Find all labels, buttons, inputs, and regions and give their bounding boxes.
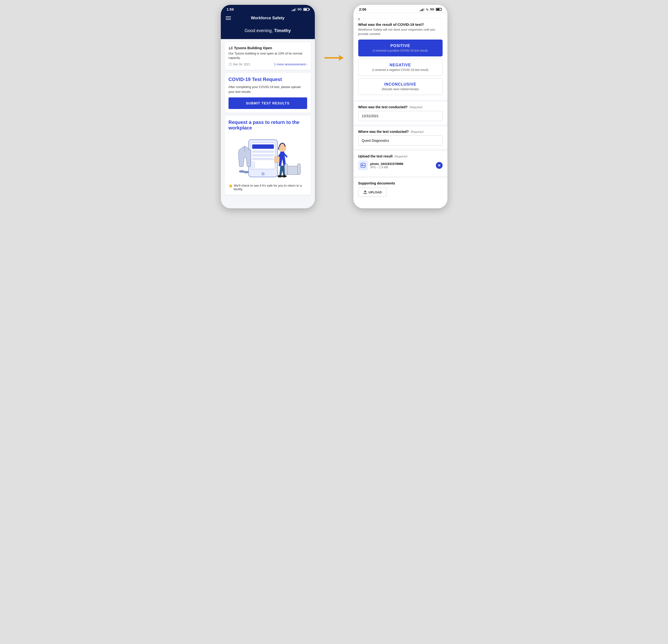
svg-rect-6 <box>252 162 255 164</box>
svg-rect-2 <box>252 145 274 149</box>
location-field-label: Where was the test conducted? Required <box>358 130 443 134</box>
supporting-docs-label: Supporting documents <box>358 181 443 185</box>
greeting-section: Good evening, Timothy <box>221 24 315 39</box>
battery-icon-left <box>303 8 309 11</box>
thumbs-up-icon: 👍 <box>229 184 232 188</box>
arrow-icon <box>324 53 344 63</box>
greeting-text: Good evening, <box>245 28 274 33</box>
upload-label: Upload the test result Required <box>358 154 443 158</box>
date-field-section: When was the test conducted? Required <box>353 102 447 124</box>
svg-point-13 <box>277 175 282 178</box>
submit-test-results-button[interactable]: SUBMIT TEST RESULTS <box>229 98 307 109</box>
file-info: photo_1641931578989 JPG – 1.9 MB <box>370 162 434 169</box>
network-right: 5G <box>430 8 434 11</box>
announcement-card: Tysons Building Open Our Tysons building… <box>225 42 311 70</box>
file-meta: JPG – 1.9 MB <box>370 166 434 169</box>
svg-rect-17 <box>298 164 300 175</box>
wifi-icon: ∿ <box>426 8 429 11</box>
app-header-left: Workforce Safety <box>221 13 315 24</box>
signal-icon-right <box>420 8 424 11</box>
negative-option[interactable]: NEGATIVE (I received a negative COVID-19… <box>358 59 443 76</box>
upload-icon <box>363 190 367 194</box>
divider-3 <box>353 149 447 151</box>
location-input[interactable] <box>358 135 443 146</box>
announcement-title: Tysons Building Open <box>229 46 307 50</box>
inconclusive-sublabel: (Results were indeterminate) <box>362 88 439 91</box>
covid-card-body: After completing your COVID-19 test, ple… <box>229 85 307 94</box>
result-question-title: What was the result of COVID-19 test? <box>358 23 443 27</box>
chevron-right-icon: › <box>306 62 307 66</box>
positive-label: POSITIVE <box>362 44 439 48</box>
covid-card-title: COVID-19 Test Request <box>229 77 307 82</box>
status-bar-right: 2:06 ∿ 5G <box>353 5 447 13</box>
remove-file-button[interactable]: ✕ <box>436 162 443 169</box>
battery-icon-right <box>436 8 442 11</box>
upload-section: Upload the test result Required photo_16… <box>353 151 447 176</box>
svg-point-14 <box>282 175 287 178</box>
svg-marker-19 <box>339 55 344 61</box>
svg-rect-20 <box>361 163 365 168</box>
form-header: ‹ <box>353 13 447 18</box>
arrow-container <box>324 5 344 63</box>
date-input[interactable] <box>358 111 443 121</box>
covid-test-card: COVID-19 Test Request After completing y… <box>225 73 311 113</box>
svg-rect-5 <box>252 158 274 160</box>
divider-2 <box>353 124 447 126</box>
positive-sublabel: (I received a positive COVID-19 test res… <box>362 49 439 52</box>
svg-rect-3 <box>252 150 274 153</box>
svg-rect-12 <box>275 156 279 163</box>
supporting-docs-section: Supporting documents UPLOAD <box>353 178 447 201</box>
upload-supporting-button[interactable]: UPLOAD <box>358 188 387 197</box>
back-button[interactable]: ‹ <box>358 16 360 22</box>
svg-rect-16 <box>285 164 288 175</box>
svg-rect-4 <box>252 154 274 156</box>
time-left: 1:59 <box>227 7 234 11</box>
right-phone: 2:06 ∿ 5G ‹ What was the result of COVID… <box>353 5 447 208</box>
workplace-card: Request a pass to return to the workplac… <box>225 116 311 195</box>
status-right-left: 5G <box>292 8 309 11</box>
workplace-card-title: Request a pass to return to the workplac… <box>229 120 307 131</box>
greeting-name: Timothy <box>274 28 291 33</box>
svg-point-10 <box>243 171 249 173</box>
uploaded-file-item: photo_1641931578989 JPG – 1.9 MB ✕ <box>358 161 443 170</box>
location-field-section: Where was the test conducted? Required <box>353 126 447 149</box>
result-question-section: What was the result of COVID-19 test? Wo… <box>353 18 447 100</box>
announcement-body: Our Tysons building is now open at 10% o… <box>229 51 307 60</box>
inconclusive-option[interactable]: INCONCLUSIVE (Results were indeterminate… <box>358 78 443 95</box>
signal-icon <box>292 8 296 11</box>
photo-file-icon <box>360 163 366 168</box>
svg-rect-7 <box>252 165 255 168</box>
file-name: photo_1641931578989 <box>370 162 434 166</box>
divider-4 <box>353 176 447 178</box>
negative-label: NEGATIVE <box>362 63 439 67</box>
workplace-illustration <box>229 134 307 182</box>
clock-icon: 🕐 <box>229 63 232 66</box>
svg-point-8 <box>261 172 265 176</box>
result-question-subtitle: Workforce Safety will not store your res… <box>358 28 443 36</box>
hamburger-menu[interactable] <box>226 16 231 20</box>
divider-1 <box>353 100 447 102</box>
form-screen: What was the result of COVID-19 test? Wo… <box>353 18 447 208</box>
status-right-right: ∿ 5G <box>420 8 441 11</box>
left-phone: 1:59 5G Workforce Safety Good evening, T… <box>221 5 315 208</box>
negative-sublabel: (I received a negative COVID-19 test res… <box>362 68 439 72</box>
more-announcements-link[interactable]: 1 more announcement › <box>274 62 307 66</box>
date-field-label: When was the test conducted? Required <box>358 105 443 109</box>
network-left: 5G <box>298 8 302 11</box>
app-title-left: Workforce Safety <box>251 16 285 20</box>
announcement-date: 🕐 Dec 04, 2021 <box>229 63 250 66</box>
status-bar-left: 1:59 5G <box>221 5 315 13</box>
file-icon <box>358 161 368 170</box>
home-screen: Good evening, Timothy Tysons Building Op… <box>221 24 315 208</box>
positive-option[interactable]: POSITIVE (I received a positive COVID-19… <box>358 40 443 56</box>
workplace-footer: 👍 We'll check to see if it's safe for yo… <box>229 184 307 191</box>
time-right: 2:06 <box>359 7 366 11</box>
inconclusive-label: INCONCLUSIVE <box>362 82 439 87</box>
form-content: What was the result of COVID-19 test? Wo… <box>353 18 447 201</box>
announcement-footer: 🕐 Dec 04, 2021 1 more announcement › <box>229 62 307 66</box>
